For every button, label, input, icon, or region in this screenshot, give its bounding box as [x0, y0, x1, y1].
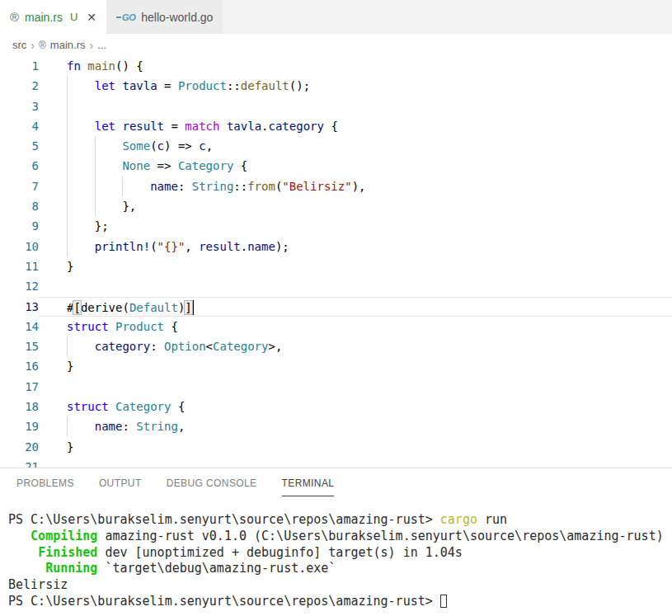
breadcrumb-item-main-rs[interactable]: main.rs	[50, 39, 86, 51]
breadcrumb: src › ® main.rs › ...	[0, 34, 672, 56]
line-number: 4	[0, 116, 39, 136]
code-line[interactable]: 21	[0, 457, 672, 468]
code-line[interactable]: 14struct Product {	[0, 317, 672, 336]
code-line-content[interactable]	[39, 96, 672, 116]
code-token: cargo	[440, 512, 477, 527]
code-line[interactable]: 8 },	[0, 196, 672, 216]
indent-guide	[67, 216, 68, 236]
code-line[interactable]: 13#[derive(Default)]	[0, 297, 672, 317]
tab-label: main.rs	[25, 11, 63, 24]
code-line[interactable]: 7 name: String::from("Belirsiz"),	[0, 176, 672, 196]
close-icon[interactable]: ✕	[87, 11, 96, 24]
code-token	[8, 529, 31, 543]
code-line[interactable]: 4 let result = match tavla.category {	[0, 116, 672, 136]
code-token: dev [unoptimized + debuginfo] target(s) …	[97, 545, 463, 560]
line-number: 14	[0, 317, 39, 336]
code-token: let	[95, 120, 115, 133]
line-number: 2	[0, 76, 39, 96]
line-number: 20	[0, 437, 39, 457]
code-editor[interactable]: 1fn main() {2 let tavla = Product::defau…	[0, 56, 672, 468]
panel-tab-terminal[interactable]: TERMINAL	[282, 470, 335, 496]
terminal-line: Running `target\debug\amazing-rust.exe`	[8, 561, 672, 577]
code-token: ::	[227, 79, 241, 92]
code-line-content[interactable]: },	[39, 196, 672, 216]
code-token: ,	[178, 420, 185, 433]
line-number: 11	[0, 256, 39, 276]
code-line[interactable]: 3	[0, 96, 672, 116]
code-line[interactable]: 15 category: Option<Category>,	[0, 336, 672, 356]
code-line-content[interactable]: }	[39, 356, 672, 376]
code-line[interactable]: 1fn main() {	[0, 56, 672, 76]
code-token: tavla	[122, 79, 157, 92]
git-untracked-badge: U	[70, 11, 78, 23]
code-line[interactable]: 17	[0, 377, 672, 397]
code-line-content[interactable]: let result = match tavla.category {	[39, 116, 672, 136]
code-token: () {	[115, 59, 143, 73]
code-line-content[interactable]: #[derive(Default)]	[39, 297, 672, 317]
code-line-content[interactable]: struct Product {	[39, 317, 672, 336]
code-token: {	[164, 320, 178, 333]
terminal[interactable]: PS C:\Users\burakselim.senyurt\source\re…	[0, 497, 672, 610]
indent-guide	[95, 196, 96, 216]
code-line-content[interactable]	[39, 457, 672, 468]
code-line[interactable]: 20}	[0, 437, 672, 457]
code-token: println!	[95, 240, 150, 253]
panel-tab-problems[interactable]: PROBLEMS	[16, 470, 74, 496]
line-number: 21	[0, 457, 39, 468]
code-line[interactable]: 9 };	[0, 216, 672, 236]
code-line[interactable]: 2 let tavla = Product::default();	[0, 76, 672, 96]
code-token: run	[477, 512, 507, 527]
code-line[interactable]: 6 None => Category {	[0, 156, 672, 176]
panel-tab-output[interactable]: OUTPUT	[99, 470, 142, 496]
code-line-content[interactable]: let tavla = Product::default();	[39, 76, 672, 96]
terminal-cursor	[440, 595, 447, 608]
code-line-content[interactable]: fn main() {	[39, 56, 672, 76]
indent-guide	[67, 336, 68, 356]
code-token: String	[192, 180, 234, 193]
code-line-content[interactable]: category: Option<Category>,	[39, 336, 672, 356]
terminal-line: Finished dev [unoptimized + debuginfo] t…	[8, 545, 672, 562]
breadcrumb-item-src[interactable]: src	[12, 39, 26, 51]
panel-tab-debug-console[interactable]: DEBUG CONSOLE	[167, 470, 257, 496]
breadcrumb-ellipsis[interactable]: ...	[97, 39, 106, 51]
code-line-content[interactable]: None => Category {	[39, 156, 672, 176]
code-line-content[interactable]: struct Category {	[39, 397, 672, 416]
code-line[interactable]: 11}	[0, 256, 672, 276]
tab-main-rs[interactable]: ® main.rs U ✕	[0, 0, 106, 34]
code-line-content[interactable]: Some(c) => c,	[39, 136, 672, 156]
indent-guide	[95, 136, 96, 156]
code-line-content[interactable]: name: String::from("Belirsiz"),	[39, 176, 672, 196]
code-token: },	[67, 200, 136, 213]
code-token: }	[67, 440, 73, 454]
code-line-content[interactable]: }	[39, 437, 672, 457]
code-token: ),	[352, 180, 366, 193]
terminal-line: PS C:\Users\burakselim.senyurt\source\re…	[8, 594, 672, 610]
code-line[interactable]: 16}	[0, 356, 672, 376]
code-line[interactable]: 18struct Category {	[0, 397, 672, 416]
code-line-content[interactable]	[39, 276, 672, 296]
code-line-content[interactable]: name: String,	[39, 416, 672, 436]
go-file-icon: GO	[116, 12, 135, 22]
tab-hello-world-go[interactable]: GO hello-world.go	[106, 0, 223, 34]
indent-guide	[67, 96, 68, 116]
code-line-content[interactable]: }	[39, 256, 672, 276]
panel-tab-bar: PROBLEMS OUTPUT DEBUG CONSOLE TERMINAL	[0, 468, 672, 497]
code-line-content[interactable]: };	[39, 216, 672, 236]
indent-guide	[67, 176, 68, 196]
code-line[interactable]: 10 println!("{}", result.name);	[0, 237, 672, 256]
indent-guide	[67, 136, 68, 156]
rust-file-icon: ®	[10, 11, 19, 23]
indent-guide	[122, 176, 123, 196]
code-token	[67, 420, 95, 433]
code-line-content[interactable]	[39, 377, 672, 397]
code-token: c	[199, 139, 205, 153]
code-token	[67, 120, 95, 133]
code-line-content[interactable]: println!("{}", result.name);	[39, 237, 672, 256]
code-token	[109, 320, 115, 333]
code-line[interactable]: 5 Some(c) => c,	[0, 136, 672, 156]
code-token: Compiling	[31, 529, 97, 543]
code-token: Product	[178, 79, 227, 92]
code-line[interactable]: 19 name: String,	[0, 416, 672, 436]
code-token: }	[67, 360, 73, 373]
code-line[interactable]: 12	[0, 276, 672, 296]
